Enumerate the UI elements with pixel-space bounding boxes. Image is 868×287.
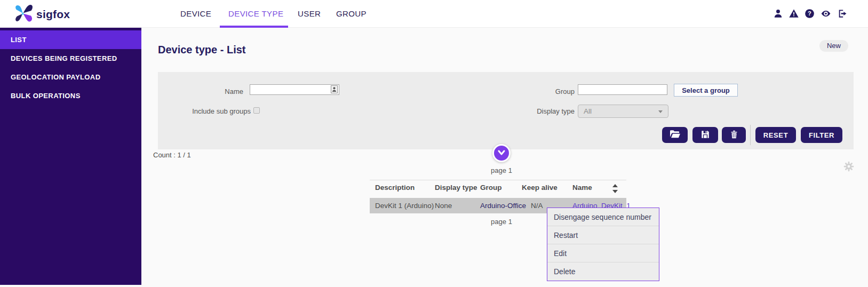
cell-keep-alive: N/A [531, 198, 543, 213]
count-label: Count : 1 / 1 [153, 151, 191, 159]
name-label: Name [179, 87, 243, 95]
new-button[interactable]: New [819, 40, 848, 52]
sort-descending-icon[interactable] [612, 190, 618, 193]
group-input[interactable] [578, 84, 667, 95]
brand[interactable]: sigfox [14, 4, 70, 25]
column-header-group[interactable]: Group [480, 184, 502, 192]
sidebar-item-list[interactable]: LIST [0, 30, 141, 49]
filter-button[interactable]: FILTER [801, 127, 842, 143]
name-input[interactable] [250, 84, 339, 95]
collapse-filters-button[interactable] [492, 144, 511, 162]
page-title: Device type - List [158, 44, 246, 56]
page-indicator-top: page 1 [461, 166, 541, 174]
cell-display-type: None [435, 198, 452, 213]
alert-icon[interactable] [789, 9, 799, 19]
button-divider [750, 125, 751, 145]
load-filter-button[interactable] [662, 127, 688, 143]
cell-description: DevKit 1 (Arduino) [375, 198, 434, 213]
column-header-display-type[interactable]: Display type [435, 184, 477, 192]
column-header-name[interactable]: Name [572, 184, 592, 192]
column-header-keep-alive[interactable]: Keep alive [522, 184, 558, 192]
topbar-icon-group: ? [773, 9, 848, 19]
trash-icon [729, 130, 739, 141]
include-sub-groups-label: Include sub groups [179, 107, 251, 115]
svg-text:?: ? [808, 10, 811, 17]
sidebar: LIST DEVICES BEING REGISTERED GEOLOCATIO… [0, 28, 141, 285]
context-menu-item-disengage-sequence-number[interactable]: Disengage sequence number [547, 208, 659, 226]
context-menu-item-delete[interactable]: Delete [547, 262, 659, 281]
tab-user[interactable]: USER [298, 0, 321, 28]
tab-group[interactable]: GROUP [336, 0, 367, 28]
display-type-select[interactable]: All [578, 105, 668, 118]
include-sub-groups-checkbox[interactable] [253, 107, 260, 114]
page-indicator-bottom: page 1 [461, 218, 541, 226]
context-menu-item-edit[interactable]: Edit [547, 244, 659, 262]
chevron-down-icon [658, 110, 663, 113]
app-root: sigfox DEVICE DEVICE TYPE USER GROUP [0, 0, 868, 287]
brand-name: sigfox [36, 8, 70, 21]
cell-group-link[interactable]: Arduino-Office [480, 198, 526, 213]
tab-device-type[interactable]: DEVICE TYPE [228, 0, 283, 28]
folder-open-icon [669, 130, 681, 141]
group-label: Group [523, 87, 575, 95]
sidebar-item-devices-being-registered[interactable]: DEVICES BEING REGISTERED [0, 49, 141, 68]
row-context-menu: Disengage sequence number Restart Edit D… [547, 208, 659, 281]
chevron-down-icon [497, 148, 506, 158]
reset-button[interactable]: RESET [755, 127, 796, 143]
filter-panel: Name Include sub groups Group Select a g… [158, 72, 854, 149]
save-icon [700, 130, 710, 141]
gear-icon[interactable] [843, 161, 855, 174]
display-type-selected-value: All [578, 105, 668, 117]
help-icon[interactable]: ? [805, 9, 815, 19]
display-type-label: Display type [523, 107, 575, 115]
sigfox-butterfly-icon [14, 4, 33, 25]
save-filter-button[interactable] [692, 127, 718, 143]
table-top-border [370, 180, 626, 180]
select-a-group-button[interactable]: Select a group [674, 84, 738, 97]
autofill-icon[interactable] [331, 85, 338, 93]
sort-ascending-icon[interactable] [612, 184, 618, 187]
column-header-description[interactable]: Description [375, 184, 415, 192]
context-menu-item-restart[interactable]: Restart [547, 226, 659, 244]
user-icon[interactable] [773, 9, 783, 19]
eye-icon[interactable] [820, 9, 832, 19]
sidebar-item-geolocation-payload[interactable]: GEOLOCATION PAYLOAD [0, 68, 141, 86]
tab-device[interactable]: DEVICE [180, 0, 211, 28]
delete-filter-button[interactable] [722, 127, 746, 143]
sidebar-item-bulk-operations[interactable]: BULK OPERATIONS [0, 86, 141, 105]
topbar: sigfox DEVICE DEVICE TYPE USER GROUP [0, 0, 868, 28]
logout-icon[interactable] [837, 9, 848, 19]
active-tab-underline [220, 26, 288, 28]
